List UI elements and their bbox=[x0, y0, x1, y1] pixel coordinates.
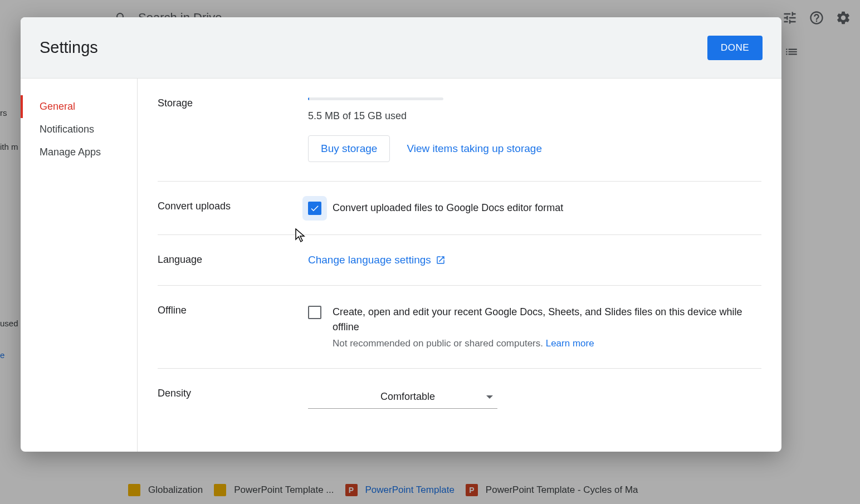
settings-sidebar: General Notifications Manage Apps bbox=[21, 79, 138, 452]
sidebar-item-general[interactable]: General bbox=[21, 95, 137, 118]
settings-content[interactable]: Storage 5.5 MB of 15 GB used Buy storage… bbox=[138, 79, 781, 452]
convert-checkbox[interactable] bbox=[308, 202, 321, 215]
density-label: Density bbox=[158, 388, 308, 409]
sidebar-item-manage-apps[interactable]: Manage Apps bbox=[21, 141, 137, 164]
storage-bar bbox=[308, 97, 443, 100]
view-storage-link[interactable]: View items taking up storage bbox=[407, 143, 542, 155]
offline-checkbox[interactable] bbox=[308, 306, 321, 319]
section-language: Language Change language settings bbox=[158, 235, 761, 286]
dropdown-icon bbox=[486, 394, 493, 400]
language-label: Language bbox=[158, 254, 308, 266]
offline-subtext: Not recommended on public or shared comp… bbox=[333, 338, 761, 349]
dialog-title: Settings bbox=[40, 38, 98, 57]
density-select[interactable]: Comfortable bbox=[308, 388, 497, 409]
done-button[interactable]: DONE bbox=[707, 36, 763, 60]
change-language-link[interactable]: Change language settings bbox=[308, 254, 446, 266]
dialog-header: Settings DONE bbox=[21, 17, 781, 79]
change-language-text: Change language settings bbox=[308, 254, 431, 266]
offline-learn-more-link[interactable]: Learn more bbox=[546, 338, 594, 349]
section-convert-uploads: Convert uploads Convert uploaded files t… bbox=[158, 182, 761, 235]
convert-checkbox-label: Convert uploaded files to Google Docs ed… bbox=[333, 200, 563, 216]
sidebar-item-notifications[interactable]: Notifications bbox=[21, 118, 137, 141]
offline-checkbox-label: Create, open and edit your recent Google… bbox=[333, 305, 761, 335]
density-value: Comfortable bbox=[380, 391, 435, 403]
offline-label: Offline bbox=[158, 305, 308, 349]
section-storage: Storage 5.5 MB of 15 GB used Buy storage… bbox=[158, 79, 761, 182]
storage-text: 5.5 MB of 15 GB used bbox=[308, 110, 761, 122]
storage-label: Storage bbox=[158, 97, 308, 162]
buy-storage-button[interactable]: Buy storage bbox=[308, 135, 390, 162]
section-density: Density Comfortable bbox=[158, 369, 761, 428]
section-offline: Offline Create, open and edit your recen… bbox=[158, 286, 761, 369]
settings-dialog: Settings DONE General Notifications Mana… bbox=[21, 17, 781, 452]
external-link-icon bbox=[436, 255, 446, 265]
convert-label: Convert uploads bbox=[158, 200, 308, 216]
